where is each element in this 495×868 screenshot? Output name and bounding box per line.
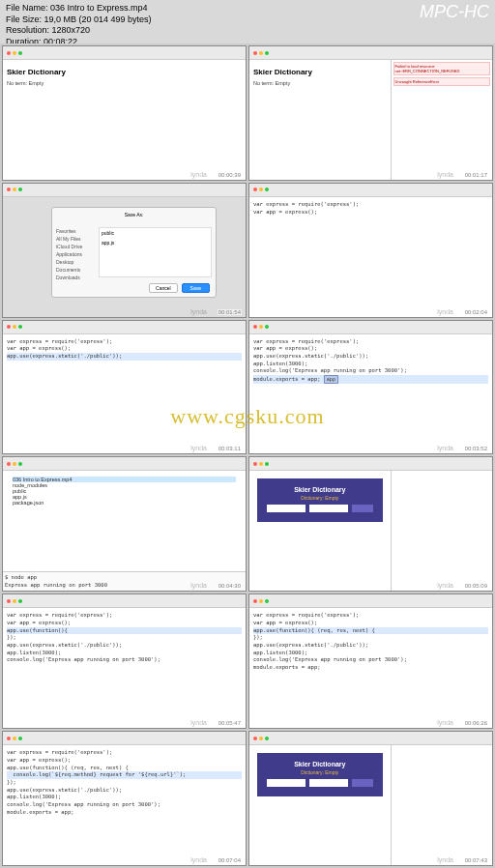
editor-tree[interactable]: 036 Intro to Express.mp4 node_modules pu… [3, 471, 246, 591]
code-line: app.use(function(){ (req, res, next) { [253, 627, 488, 635]
timestamp: 00:03:11 [218, 446, 242, 451]
code-editor[interactable]: var express = require('express'); var ap… [249, 608, 492, 728]
lynda-mark: lynda [190, 445, 207, 451]
thumb-8[interactable]: Skier Dictionary Dictionary: Empty lynda… [248, 456, 493, 592]
thumb-6[interactable]: var express = require('express'); var ap… [248, 320, 493, 455]
cancel-button[interactable]: Cancel [149, 283, 178, 293]
code-line: console.log(`${req.method} request for '… [7, 771, 242, 779]
save-dialog[interactable]: Save As: Favorites All My Files iCloud D… [51, 207, 217, 298]
save-button[interactable]: Save [182, 283, 210, 293]
sidebar-item[interactable]: Documents [56, 266, 95, 274]
thumb-5[interactable]: var express = require('express'); var ap… [2, 320, 247, 455]
term-input[interactable] [267, 505, 306, 512]
thumb-7[interactable]: 036 Intro to Express.mp4 node_modules pu… [2, 456, 247, 592]
sidebar-item[interactable]: iCloud Drive [56, 243, 95, 250]
lynda-mark: lynda [190, 308, 207, 315]
timestamp: 00:06:26 [464, 720, 488, 726]
thumb-4[interactable]: var express = require('express'); var ap… [248, 183, 493, 318]
timestamp: 00:01:54 [218, 309, 242, 315]
dialog-file-list[interactable]: public app.js [99, 227, 212, 277]
window-chrome [3, 321, 246, 334]
code-editor[interactable]: var express = require('express'); var ap… [3, 745, 246, 865]
app-sub: Dictionary: Empty [263, 769, 377, 775]
code-line: }); [7, 779, 242, 787]
term-input[interactable] [267, 779, 306, 787]
terminal-panel[interactable]: $ node app Express app running on port 3… [3, 571, 246, 591]
file-item[interactable]: app.js [100, 238, 211, 247]
tree-item[interactable]: package.json [13, 500, 236, 506]
code-line: var app = express(); [253, 345, 488, 353]
code-line: var express = require('express'); [253, 338, 488, 346]
code-line: module.exports = app; [7, 809, 242, 817]
thumb-11[interactable]: var express = require('express'); var ap… [2, 731, 247, 866]
code-line: console.log('Express app running on port… [253, 367, 488, 375]
devtools-panel[interactable] [391, 745, 492, 865]
code-line: app.listen(3000); [253, 361, 488, 368]
window-chrome [3, 732, 246, 745]
devtools-panel[interactable]: Failed to load resource: net::ERR_CONNEC… [391, 60, 492, 180]
dialog-sidebar[interactable]: Favorites All My Files iCloud Drive Appl… [56, 227, 95, 281]
page-title: Skier Dictionary [7, 68, 242, 76]
code-line: module.exports = app; app [253, 375, 488, 384]
autocomplete-popup[interactable]: app [324, 375, 338, 384]
timestamp: 00:04:30 [218, 583, 242, 589]
devtools-panel[interactable] [391, 471, 492, 591]
code-line: var express = require('express'); [7, 749, 242, 757]
page-title: Skier Dictionary [253, 68, 387, 76]
code-line: app.use(express.static('./public')); [253, 642, 488, 650]
code-line: var app = express(); [253, 209, 488, 217]
window-chrome [3, 184, 246, 197]
timestamp: 00:03:52 [464, 446, 488, 451]
lynda-mark: lynda [190, 856, 207, 863]
sidebar-item[interactable]: All My Files [56, 235, 95, 243]
code-editor[interactable]: var express = require('express'); var ap… [3, 334, 246, 454]
code-line: console.log('Express app running on port… [7, 801, 242, 809]
code-line: app.use(express.static('./public')); [253, 353, 488, 361]
lynda-mark: lynda [437, 582, 453, 589]
lynda-mark: lynda [437, 171, 453, 178]
thumb-2[interactable]: Skier Dictionary No term: Empty Failed t… [248, 45, 493, 181]
timestamp: 00:05:09 [464, 583, 488, 589]
code-editor[interactable]: var express = require('express'); var ap… [249, 197, 492, 317]
timestamp: 00:05:47 [218, 720, 242, 726]
saveas-label: Save As: [56, 212, 212, 217]
thumb-10[interactable]: var express = require('express'); var ap… [248, 593, 493, 729]
file-item[interactable]: public [100, 228, 211, 238]
defn-input[interactable] [309, 505, 348, 512]
sidebar-item[interactable]: Downloads [56, 274, 95, 281]
app-page: Skier Dictionary Dictionary: Empty [257, 478, 383, 522]
add-button[interactable] [352, 505, 373, 512]
code-line: app.use(express.static('./public')); [7, 642, 242, 650]
code-line: var app = express(); [7, 345, 242, 353]
code-line: module.exports = app; [253, 664, 488, 672]
code-line: console.log('Express app running on port… [7, 656, 242, 664]
app-title: Skier Dictionary [263, 486, 377, 493]
code-line: app.use(express.static('./public')); [7, 353, 242, 361]
timestamp: 00:07:04 [218, 857, 242, 863]
window-chrome [3, 457, 246, 471]
lynda-mark: lynda [437, 719, 453, 726]
page-sub: No term: Empty [253, 80, 387, 86]
lynda-mark: lynda [190, 171, 207, 178]
defn-input[interactable] [309, 779, 348, 787]
thumb-3[interactable]: Save As: Favorites All My Files iCloud D… [2, 183, 247, 318]
code-line: }); [7, 634, 242, 642]
code-editor[interactable]: var express = require('express'); var ap… [3, 608, 246, 728]
thumb-1[interactable]: Skier Dictionary No term: Empty lynda 00… [2, 45, 247, 181]
window-chrome [249, 184, 492, 197]
timestamp: 00:07:43 [464, 857, 488, 863]
code-line: var express = require('express'); [7, 612, 242, 620]
sidebar-item[interactable]: Favorites [56, 227, 95, 235]
lynda-mark: lynda [190, 719, 207, 726]
file-size: File Size: 19,0 MB (20 014 499 bytes) [6, 14, 489, 26]
thumb-9[interactable]: var express = require('express'); var ap… [2, 593, 247, 729]
sidebar-item[interactable]: Desktop [56, 258, 95, 266]
sidebar-item[interactable]: Applications [56, 250, 95, 258]
lynda-mark: lynda [437, 445, 453, 451]
page-sub: No term: Empty [7, 80, 242, 86]
window-chrome [249, 46, 492, 60]
code-editor[interactable]: var express = require('express'); var ap… [249, 334, 492, 454]
thumb-12[interactable]: Skier Dictionary Dictionary: Empty lynda… [248, 731, 493, 866]
app-sub: Dictionary: Empty [263, 495, 377, 501]
add-button[interactable] [352, 779, 373, 787]
